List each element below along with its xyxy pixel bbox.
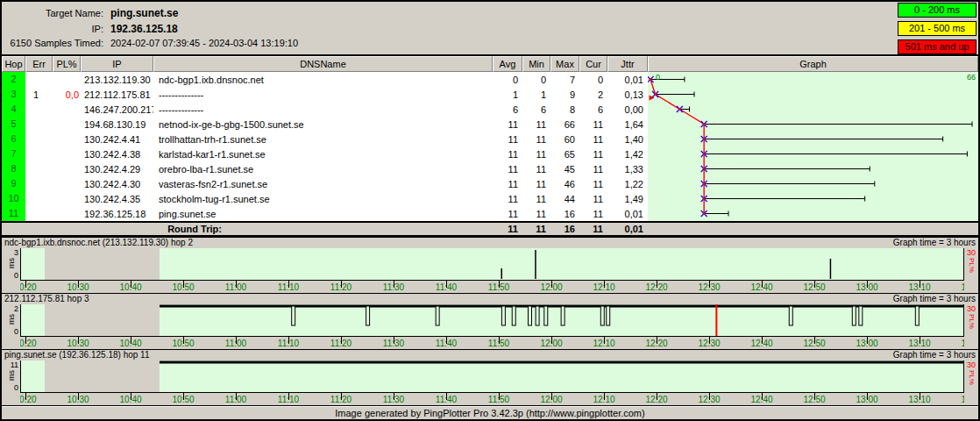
round-trip-row: Round Trip: 11 11 16 11 0,01 [2, 221, 978, 237]
ip-address: 213.132.119.30 [81, 75, 153, 85]
max-ms: 9 [550, 89, 579, 100]
y-axis-max: 2 [2, 305, 18, 313]
x-tick-mark [131, 281, 131, 288]
timeline-plot[interactable]: 30ms30PL% [2, 248, 978, 281]
ip-address: 130.242.4.30 [81, 179, 153, 189]
col-header-graph[interactable]: Graph [648, 56, 978, 72]
col-header-max[interactable]: Max [550, 56, 579, 72]
col-header-cur[interactable]: Cur [579, 56, 607, 72]
x-axis-strip: 10:2010:3010:4010:5011:0011:1011:2011:30… [20, 281, 964, 293]
graph-time-label: Graph time = 3 hours [893, 294, 976, 304]
x-tick-mark [236, 337, 237, 344]
hop-number: 4 [2, 102, 25, 117]
timeline-plot[interactable]: 110ms30PL% [2, 360, 978, 393]
legend-yellow: 201 - 500 ms [898, 21, 976, 36]
x-tick-mark [341, 393, 342, 400]
footer-bar: Image generated by PingPlotter Pro 3.42.… [2, 405, 978, 421]
max-ms: 45 [550, 164, 579, 175]
pl-axis-label: PL% [968, 370, 976, 385]
samples-row: 6150 Samples Timed: 2024-02-07 07:39:45 … [2, 38, 298, 48]
x-tick-mark [814, 393, 815, 400]
y-axis-unit: ms [7, 370, 16, 381]
col-header-hop[interactable]: Hop [2, 56, 25, 72]
x-tick-mark [394, 393, 394, 400]
x-tick-mark [131, 393, 131, 400]
timeline-title-row: 212.112.175.81 hop 3Graph time = 3 hours [2, 293, 978, 304]
col-header-dns[interactable]: DNSName [153, 56, 493, 72]
min-ms: 6 [522, 104, 550, 115]
col-header-avg[interactable]: Avg [493, 56, 522, 72]
timeline-plot-area [20, 360, 964, 393]
jitter-ms: 0,00 [607, 104, 648, 115]
footer-text: Image generated by PingPlotter Pro 3.42.… [335, 408, 644, 418]
x-tick-label: 10:20 [20, 282, 44, 292]
jitter-ms: 1,40 [607, 134, 648, 145]
target-name-row: Target Name: ping.sunet.se [2, 7, 178, 19]
round-trip-cur: 11 [579, 224, 607, 234]
x-tick-mark [394, 281, 394, 288]
dns-name: karlstad-kar1-r1.sunet.se [153, 149, 493, 160]
min-ms: 11 [522, 194, 550, 204]
y-axis-unit: ms [7, 258, 16, 268]
x-tick-mark [183, 337, 184, 344]
timeline-graph-hop: ping.sunet.se (192.36.125.18) hop 11Grap… [2, 349, 978, 405]
jitter-ms: 1,64 [607, 119, 648, 130]
timeline-plot[interactable]: 20ms30PL% [2, 304, 978, 337]
hop-number: 8 [2, 161, 25, 176]
x-tick-mark [78, 337, 79, 344]
jitter-ms: 1,22 [607, 179, 648, 189]
cur-ms: 11 [579, 194, 607, 204]
x-tick-label: 10:20 [20, 395, 44, 404]
x-tick-mark [762, 281, 763, 288]
legend-red: 501 ms and up [898, 39, 976, 54]
max-ms: 46 [550, 179, 579, 189]
hop-number: 5 [2, 117, 25, 132]
timeline-series [21, 248, 963, 280]
col-header-err[interactable]: Err [25, 56, 53, 72]
x-tick-mark [341, 337, 342, 344]
avg-ms: 11 [493, 119, 522, 130]
target-name-label: Target Name: [2, 8, 103, 18]
pl-axis-label: PL% [968, 258, 976, 273]
x-tick-mark [183, 281, 184, 288]
y-axis-min: 0 [2, 384, 18, 392]
ip-value: 192.36.125.18 [110, 23, 178, 35]
x-tick-mark [499, 393, 500, 400]
col-header-ip[interactable]: IP [81, 56, 153, 72]
x-tick-mark [288, 393, 289, 400]
x-tick-mark [78, 281, 79, 288]
timeline-graph-hop: ndc-bgp1.ixb.dnsnoc.net (213.132.119.30)… [2, 237, 978, 293]
pl-axis-label: PL% [968, 314, 976, 329]
x-tick-mark [288, 337, 289, 344]
ip-address: 130.242.4.35 [81, 194, 153, 204]
dns-name: stockholm-tug-r1.sunet.se [153, 194, 493, 204]
x-tick-mark [446, 393, 447, 400]
avg-ms: 11 [493, 209, 522, 219]
col-header-pl[interactable]: PL% [53, 56, 81, 72]
ip-label: IP: [2, 24, 103, 34]
dns-name: vasteras-fsn2-r1.sunet.se [153, 179, 493, 189]
hop-graph-column[interactable]: 066 [648, 72, 978, 221]
jitter-ms: 1,49 [607, 194, 648, 204]
x-tick-mark [920, 337, 920, 344]
min-ms: 11 [522, 149, 550, 160]
min-ms: 11 [522, 134, 550, 145]
x-axis-strip: 10:2010:3010:4010:5011:0011:1011:2011:30… [20, 337, 964, 349]
x-tick-mark [604, 337, 605, 344]
x-tick-mark [657, 281, 657, 288]
round-trip-jttr: 0,01 [607, 224, 648, 234]
x-tick-mark [762, 337, 763, 344]
cur-ms: 11 [579, 179, 607, 189]
hop-number: 2 [2, 72, 25, 87]
min-ms: 0 [522, 75, 550, 85]
col-header-jttr[interactable]: Jttr [607, 56, 648, 72]
jitter-ms: 1,33 [607, 164, 648, 175]
dns-name: -------------- [153, 89, 493, 100]
hop-table-body: 2213.132.119.30ndc-bgp1.ixb.dnsnoc.net00… [2, 72, 978, 221]
max-ms: 66 [550, 119, 579, 130]
timeline-title: 212.112.175.81 hop 3 [4, 294, 89, 304]
col-header-min[interactable]: Min [522, 56, 550, 72]
cur-ms: 11 [579, 149, 607, 160]
timeline-graphs: ndc-bgp1.ixb.dnsnoc.net (213.132.119.30)… [2, 237, 978, 405]
pl-axis-max: 30 [967, 304, 976, 313]
